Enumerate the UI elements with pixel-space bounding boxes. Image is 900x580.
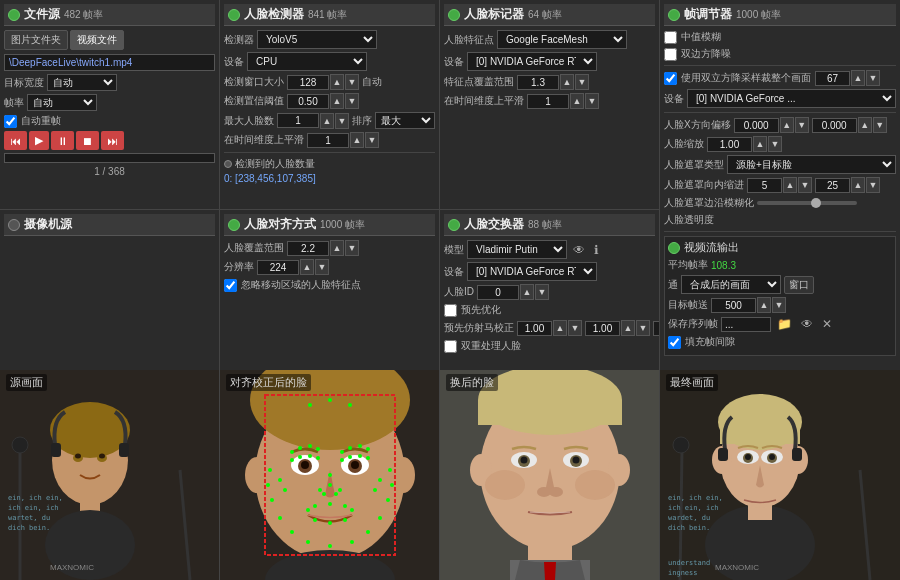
faceid-dn[interactable]: ▼ — [535, 284, 549, 300]
smooth-up[interactable]: ▲ — [350, 132, 364, 148]
save-seq-input[interactable] — [721, 317, 771, 332]
pretrans-x-up[interactable]: ▲ — [553, 320, 567, 336]
inner-blur2-up[interactable]: ▲ — [851, 177, 865, 193]
smooth-fm-input[interactable] — [527, 94, 569, 109]
window-size-dn[interactable]: ▼ — [345, 74, 359, 90]
face-x1-input[interactable] — [734, 118, 779, 133]
face-scale-dn[interactable]: ▼ — [768, 136, 782, 152]
marker-type-select[interactable]: Google FaceMesh — [497, 30, 627, 49]
maxfaces-up[interactable]: ▲ — [320, 113, 334, 129]
sort-select[interactable]: 最大 — [375, 112, 435, 129]
faceid-input[interactable] — [477, 285, 519, 300]
window-size-up[interactable]: ▲ — [330, 74, 344, 90]
super-input[interactable] — [815, 71, 850, 86]
marker-device-select[interactable]: [0] NVIDIA GeForce RTX 3... — [467, 52, 597, 71]
progress-bar[interactable] — [4, 153, 215, 163]
next-btn[interactable]: ⏭ — [101, 131, 124, 150]
coverage-fm-dn[interactable]: ▼ — [575, 74, 589, 90]
output-power-btn[interactable] — [668, 242, 680, 254]
maxfaces-input[interactable] — [277, 113, 319, 128]
fps-select[interactable]: 自动 — [27, 94, 97, 111]
inner-blur1-input[interactable] — [747, 178, 782, 193]
face-x1-up[interactable]: ▲ — [780, 117, 794, 133]
camera-power-btn[interactable] — [8, 219, 20, 231]
inner-blur1-dn[interactable]: ▼ — [798, 177, 812, 193]
super-dn[interactable]: ▼ — [866, 70, 880, 86]
res-dn[interactable]: ▼ — [315, 259, 329, 275]
maxfaces-dn[interactable]: ▼ — [335, 113, 349, 129]
faceid-up[interactable]: ▲ — [520, 284, 534, 300]
save-eye-btn[interactable]: 👁 — [798, 316, 816, 332]
double-checkbox[interactable] — [444, 340, 457, 353]
bilateral-checkbox[interactable] — [664, 48, 677, 61]
tab-videos[interactable]: 视频文件 — [70, 30, 124, 50]
smooth-fm-dn[interactable]: ▼ — [585, 93, 599, 109]
super-up[interactable]: ▲ — [851, 70, 865, 86]
inner-blur2-dn[interactable]: ▼ — [866, 177, 880, 193]
edge-blur-slider[interactable] — [757, 201, 857, 205]
ignore-checkbox[interactable] — [224, 279, 237, 292]
face-scale-up[interactable]: ▲ — [753, 136, 767, 152]
target-fps-up[interactable]: ▲ — [757, 297, 771, 313]
preface-checkbox[interactable] — [444, 304, 457, 317]
pretrans-x-dn[interactable]: ▼ — [568, 320, 582, 336]
super-checkbox[interactable] — [664, 72, 677, 85]
pretrans-x-input[interactable] — [517, 321, 552, 336]
pretrans-y-dn[interactable]: ▼ — [636, 320, 650, 336]
pretrans-z-input[interactable] — [653, 321, 659, 336]
res-input[interactable] — [257, 260, 299, 275]
output-window-btn[interactable]: 窗口 — [784, 276, 814, 294]
play-btn[interactable]: ▶ — [29, 131, 49, 150]
fill-smooth-checkbox[interactable] — [668, 336, 681, 349]
swap-device-select[interactable]: [0] NVIDIA GeForce RTX ... — [467, 262, 597, 281]
coverage-fm-input[interactable] — [517, 75, 559, 90]
output-target-select[interactable]: 合成后的画面 — [681, 275, 781, 294]
svg-point-11 — [99, 454, 105, 459]
coverage-fm-up[interactable]: ▲ — [560, 74, 574, 90]
median-checkbox[interactable] — [664, 31, 677, 44]
face-x2-input[interactable] — [812, 118, 857, 133]
threshold-dn[interactable]: ▼ — [345, 93, 359, 109]
prev-btn[interactable]: ⏮ — [4, 131, 27, 150]
coverage-up[interactable]: ▲ — [330, 240, 344, 256]
facemarker-power-btn[interactable] — [448, 9, 460, 21]
inner-blur1-up[interactable]: ▲ — [783, 177, 797, 193]
smooth-input[interactable] — [307, 133, 349, 148]
face-type-select[interactable]: 源脸+目标脸 — [727, 155, 896, 174]
coverage-input[interactable] — [287, 241, 329, 256]
pause-btn[interactable]: ⏸ — [51, 131, 74, 150]
model-info-btn[interactable]: ℹ — [591, 242, 602, 258]
device-select[interactable]: CPU — [247, 52, 367, 71]
target-fps-input[interactable] — [711, 298, 756, 313]
res-up[interactable]: ▲ — [300, 259, 314, 275]
face-scale-input[interactable] — [707, 137, 752, 152]
target-width-select[interactable]: 自动 — [47, 74, 117, 91]
tab-images[interactable]: 图片文件夹 — [4, 30, 68, 50]
model-eye-btn[interactable]: 👁 — [570, 242, 588, 258]
inner-blur2-input[interactable] — [815, 178, 850, 193]
save-close-btn[interactable]: ✕ — [819, 316, 835, 332]
save-folder-btn[interactable]: 📁 — [774, 316, 795, 332]
facedetect-power-btn[interactable] — [228, 9, 240, 21]
pretrans-y-input[interactable] — [585, 321, 620, 336]
auto-repeat-checkbox[interactable] — [4, 115, 17, 128]
facealign-power-btn[interactable] — [228, 219, 240, 231]
frameadj-power-btn[interactable] — [668, 9, 680, 21]
threshold-input[interactable] — [287, 94, 329, 109]
threshold-up[interactable]: ▲ — [330, 93, 344, 109]
face-x1-dn[interactable]: ▼ — [795, 117, 809, 133]
filesource-power-btn[interactable] — [8, 9, 20, 21]
faceswap-power-btn[interactable] — [448, 219, 460, 231]
pretrans-y-up[interactable]: ▲ — [621, 320, 635, 336]
coverage-dn[interactable]: ▼ — [345, 240, 359, 256]
detector-select[interactable]: YoloV5 — [257, 30, 377, 49]
face-x2-dn[interactable]: ▼ — [873, 117, 887, 133]
model-select[interactable]: Vladimir Putin — [467, 240, 567, 259]
face-x2-up[interactable]: ▲ — [858, 117, 872, 133]
adj-device-select[interactable]: [0] NVIDIA GeForce ... — [687, 89, 896, 108]
stop-btn[interactable]: ⏹ — [76, 131, 99, 150]
target-fps-dn[interactable]: ▼ — [772, 297, 786, 313]
smooth-dn[interactable]: ▼ — [365, 132, 379, 148]
window-size-input[interactable] — [287, 75, 329, 90]
smooth-fm-up[interactable]: ▲ — [570, 93, 584, 109]
